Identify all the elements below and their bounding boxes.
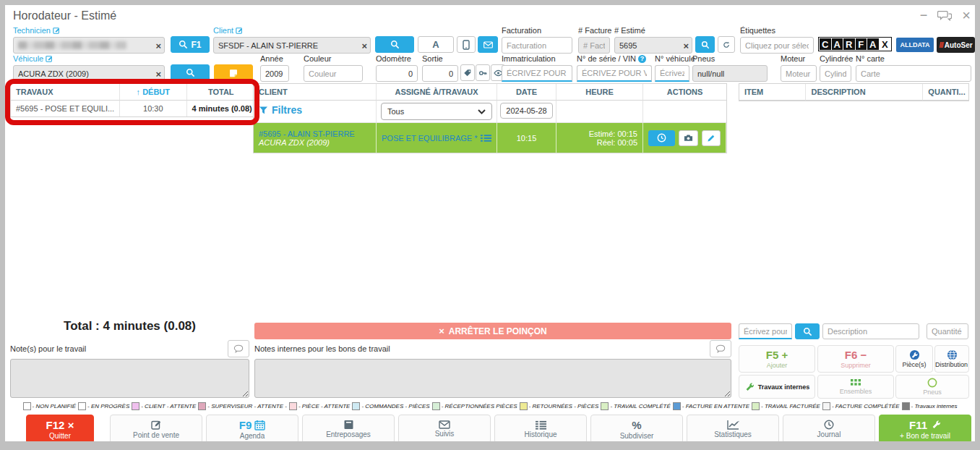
items-table: ITEM DESCRIPTION QUANTI... (739, 83, 969, 101)
technicien-search-f1-button[interactable]: F1 (171, 36, 210, 53)
alldata-logo[interactable]: ALLDATA (896, 38, 934, 52)
clear-icon[interactable]: × (361, 41, 367, 50)
f12-quitter-button[interactable]: F12 × Quitter (26, 415, 94, 441)
col-date[interactable]: DATE (497, 84, 556, 101)
edit-row-button[interactable] (702, 130, 721, 146)
pneus-input[interactable] (692, 65, 768, 82)
estime-search-button[interactable] (695, 36, 715, 53)
phone-button[interactable] (457, 36, 476, 53)
work-list-icon[interactable] (481, 134, 491, 143)
minimize-button[interactable]: − (920, 7, 928, 24)
historique-button[interactable]: Historique (494, 415, 587, 441)
filtres-toggle[interactable]: Filtres (259, 104, 371, 116)
vehicule-input[interactable] (13, 65, 165, 82)
carfax-logo[interactable]: CARFAX (818, 37, 892, 51)
facturation-input[interactable] (502, 37, 572, 54)
client-name-button[interactable]: A (418, 36, 454, 53)
f6-supprimer-button[interactable]: F6 − Supprimer (817, 345, 894, 373)
search-icon (186, 68, 195, 77)
col-description[interactable]: DESCRIPTION (806, 84, 923, 101)
planning-heure-cell: 10:15 (497, 123, 556, 153)
refresh-button[interactable] (718, 36, 735, 53)
clear-icon[interactable]: × (155, 41, 161, 50)
couleur-input[interactable] (304, 65, 363, 82)
pieces-button[interactable]: Pièce(s) (895, 345, 933, 373)
col-travaux[interactable]: TRAVAUX (11, 84, 120, 101)
col-heure[interactable]: HEURE (556, 84, 643, 101)
envelope-icon (483, 41, 493, 48)
piece-search-input[interactable] (739, 323, 792, 339)
vehicule-note-button[interactable] (214, 64, 253, 81)
odometre-input[interactable] (376, 65, 418, 82)
camera-button[interactable] (679, 130, 698, 146)
description-input[interactable] (822, 323, 919, 339)
moteur-input[interactable] (781, 65, 817, 82)
col-client[interactable]: CLIENT (254, 84, 377, 101)
cylindree-input[interactable] (820, 65, 851, 82)
ensembles-button[interactable]: Ensembles (817, 375, 894, 399)
planning-row[interactable]: #5695 - ALAIN ST-PIERRE ACURA ZDX (2009)… (254, 123, 726, 153)
travaux-internes-button[interactable]: Travaux internes (739, 375, 815, 399)
travaux-row[interactable]: #5695 - POSE ET EQUILI... 10:30 4 minute… (11, 101, 255, 116)
total-cell: 4 minutes (0.08) (187, 101, 255, 116)
statistiques-button[interactable]: Statistiques (687, 415, 779, 441)
planning-table: CLIENT ASSIGNÉ À/TRAVAUX DATE HEURE ACTI… (253, 83, 727, 153)
suivis-button[interactable]: Suivis (398, 415, 491, 441)
estime-input[interactable] (614, 37, 692, 54)
help-icon[interactable]: ? (638, 55, 646, 63)
clear-icon[interactable]: × (683, 41, 689, 50)
immatriculation-input[interactable] (502, 65, 572, 82)
close-icon[interactable]: × (962, 7, 971, 24)
date-filter-button[interactable]: 2024-05-28 (500, 103, 553, 119)
pneus-button[interactable]: Pneus (895, 375, 969, 399)
arreter-poincon-button[interactable]: × ARRÊTER LE POINÇON (254, 323, 731, 339)
annee-input[interactable] (260, 65, 289, 82)
distribution-stock-button[interactable]: Distribution Sto (934, 345, 969, 373)
carte-input[interactable] (856, 65, 971, 82)
col-total[interactable]: TOTAL (187, 84, 255, 101)
clear-icon[interactable]: × (155, 69, 161, 78)
cross-icon: × (439, 326, 444, 336)
entreposages-button[interactable]: Entreposages (302, 415, 395, 441)
email-button[interactable] (478, 36, 498, 53)
notes-travail-textarea[interactable] (10, 359, 249, 398)
col-debut[interactable]: ↑ DÉBUT (120, 84, 186, 101)
piece-search-button[interactable] (795, 323, 820, 339)
vehicule-search-button[interactable] (171, 64, 210, 81)
notes-internes-textarea[interactable] (254, 359, 731, 398)
col-quantite[interactable]: QUANTI... (923, 84, 968, 101)
notes-travail-bubble-button[interactable] (228, 340, 249, 357)
camera-icon (684, 134, 693, 142)
edit-icon (53, 27, 60, 34)
client-search-button[interactable] (375, 36, 414, 53)
vin-input[interactable] (577, 65, 652, 82)
notes-internes-bubble-button[interactable] (710, 340, 731, 357)
f11-bon-de-travail-button[interactable]: F11 + Bon de travail (879, 415, 971, 441)
etiquettes-field: Étiquettes (740, 26, 814, 54)
facture-input[interactable] (578, 37, 610, 54)
f5-ajouter-button[interactable]: F5 + Ajouter (739, 345, 815, 373)
window-content: Horodateur - Estimé − × Technicien × F1 … (5, 5, 975, 441)
client-input[interactable] (213, 37, 371, 54)
subdiviser-button[interactable]: % Subdiviser (590, 415, 683, 441)
quantite-input[interactable] (927, 323, 968, 339)
debut-cell: 10:30 (120, 101, 186, 116)
point-de-vente-button[interactable]: Point de vente (110, 415, 202, 441)
etiquettes-input[interactable] (740, 37, 814, 54)
sortie-field: Sortie (422, 54, 458, 82)
timer-button[interactable] (648, 130, 675, 146)
page-title: Horodateur - Estimé (13, 9, 116, 22)
sortie-input[interactable] (422, 65, 458, 82)
autoserve-logo[interactable]: ///AutoSer (937, 37, 975, 53)
technicien-input[interactable] (13, 37, 165, 54)
tag-button[interactable] (460, 64, 475, 81)
f9-agenda-button[interactable]: F9 Agenda (206, 415, 298, 441)
col-item[interactable]: ITEM (739, 84, 806, 101)
key-button[interactable] (476, 64, 490, 81)
status-legend: NON PLANIFIÉ EN PROGRÈS CLIENT - ATTENTE… (5, 402, 975, 410)
journal-button[interactable]: Journal (783, 415, 875, 441)
chat-icon[interactable] (937, 9, 952, 21)
assigne-filter-select[interactable]: Tous (381, 103, 492, 120)
no-vehicule-input[interactable] (655, 65, 689, 82)
col-assigne[interactable]: ASSIGNÉ À/TRAVAUX (377, 84, 497, 101)
